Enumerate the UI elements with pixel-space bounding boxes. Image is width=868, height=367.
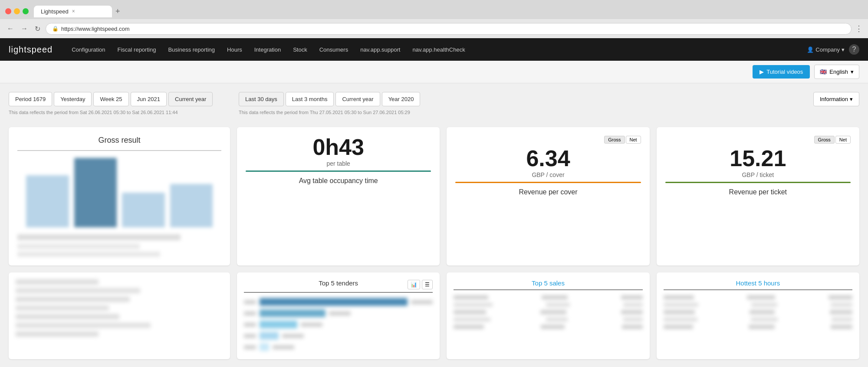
app-logo: lightspeed bbox=[9, 45, 53, 55]
tenders-content bbox=[244, 298, 433, 351]
top5-tenders-title: Top 5 tenders bbox=[307, 279, 370, 287]
info-btn-label: Information bbox=[820, 96, 848, 102]
revenue-cover-bar bbox=[455, 182, 641, 183]
nav-item-business-reporting[interactable]: Business reporting bbox=[162, 38, 221, 61]
company-btn[interactable]: 👤 Company ▾ bbox=[807, 46, 845, 53]
nav-item-configuration[interactable]: Configuration bbox=[66, 38, 111, 61]
nav-item-integration[interactable]: Integration bbox=[248, 38, 287, 61]
nav-item-hours[interactable]: Hours bbox=[221, 38, 248, 61]
left-panel: Period 1679 Yesterday Week 25 Jun 2021 C… bbox=[9, 92, 230, 120]
nav-items: Configuration Fiscal reporting Business … bbox=[66, 38, 807, 61]
main-content: Period 1679 Yesterday Week 25 Jun 2021 C… bbox=[0, 83, 868, 367]
nav-right: 👤 Company ▾ ? bbox=[807, 44, 859, 55]
sales-divider bbox=[454, 289, 642, 290]
browser-tab[interactable]: Lightspeed × bbox=[34, 6, 112, 17]
tab-week25[interactable]: Week 25 bbox=[93, 92, 128, 106]
traffic-light-yellow[interactable] bbox=[14, 8, 20, 14]
revenue-cover-value: 6.34 bbox=[455, 147, 641, 170]
avg-table-bar bbox=[246, 170, 431, 172]
gross-result-divider bbox=[17, 150, 221, 151]
tenders-divider bbox=[244, 292, 433, 293]
revenue-ticket-unit: GBP / ticket bbox=[665, 171, 851, 178]
hours-content bbox=[664, 295, 852, 329]
tab-yesterday[interactable]: Yesterday bbox=[54, 92, 92, 106]
top5-sales-title[interactable]: Top 5 sales bbox=[454, 279, 642, 287]
gross-btn-ticket[interactable]: Gross bbox=[814, 136, 835, 144]
revenue-ticket-label: Revenue per ticket bbox=[665, 188, 851, 196]
right-period-tabs: Last 30 days Last 3 months Current year … bbox=[239, 92, 420, 106]
company-label: Company bbox=[815, 46, 840, 53]
nav-item-fiscal-reporting[interactable]: Fiscal reporting bbox=[112, 38, 162, 61]
address-bar[interactable]: 🔒 https://www.lightspeed.com bbox=[46, 23, 852, 35]
avg-table-value: 0h43 bbox=[246, 136, 431, 158]
sales-content bbox=[454, 295, 642, 329]
tab-current-year-left[interactable]: Current year bbox=[168, 92, 213, 106]
back-btn[interactable]: ← bbox=[5, 23, 16, 34]
tab-current-year-right[interactable]: Current year bbox=[335, 92, 380, 106]
tutorial-btn-label: Tutorial videos bbox=[766, 69, 803, 75]
nav-item-consumers[interactable]: Consumers bbox=[313, 38, 354, 61]
revenue-ticket-toggle: Gross Net bbox=[814, 136, 851, 144]
new-tab-btn[interactable]: + bbox=[112, 5, 124, 18]
company-arrow: ▾ bbox=[842, 46, 845, 53]
top5-tenders-card: Top 5 tenders 📊 ☰ bbox=[237, 272, 440, 359]
top5-sales-card: Top 5 sales bbox=[447, 272, 649, 359]
right-date-info: This data reflects the period from Thu 2… bbox=[239, 110, 420, 115]
info-arrow: ▾ bbox=[850, 96, 853, 102]
left-date-info: This data reflects the period from Sat 2… bbox=[9, 110, 230, 115]
bar-chart-btn[interactable]: 📊 bbox=[408, 280, 420, 289]
browser-menu-btn[interactable]: ⋮ bbox=[855, 24, 863, 33]
lang-label: English bbox=[829, 69, 848, 75]
revenue-cover-card: Gross Net 6.34 GBP / cover Revenue per c… bbox=[447, 127, 649, 265]
tab-year2020[interactable]: Year 2020 bbox=[382, 92, 421, 106]
url-text: https://www.lightspeed.com bbox=[61, 26, 130, 32]
lang-arrow: ▾ bbox=[851, 69, 854, 75]
hottest5-hours-card: Hottest 5 hours bbox=[657, 272, 859, 359]
tab-jun2021[interactable]: Jun 2021 bbox=[131, 92, 167, 106]
avg-table-card: 0h43 per table Avg table occupancy time bbox=[237, 127, 440, 265]
information-btn[interactable]: Information ▾ bbox=[813, 92, 859, 106]
tab-last30days[interactable]: Last 30 days bbox=[239, 92, 284, 106]
revenue-ticket-card: Gross Net 15.21 GBP / ticket Revenue per… bbox=[657, 127, 859, 265]
table-btn[interactable]: ☰ bbox=[422, 280, 433, 289]
avg-table-label: Avg table occupancy time bbox=[246, 177, 431, 185]
revenue-cover-label: Revenue per cover bbox=[455, 188, 641, 196]
traffic-light-green[interactable] bbox=[23, 8, 29, 14]
lock-icon: 🔒 bbox=[52, 26, 59, 32]
gross-result-content bbox=[17, 158, 221, 257]
gross-result-title: Gross result bbox=[17, 136, 221, 145]
nav-item-stock[interactable]: Stock bbox=[287, 38, 313, 61]
revenue-cover-unit: GBP / cover bbox=[455, 171, 641, 178]
gross-result-card: Gross result bbox=[9, 127, 230, 265]
revenue-cover-toggle: Gross Net bbox=[604, 136, 641, 144]
net-btn-cover[interactable]: Net bbox=[626, 136, 641, 144]
revenue-ticket-bar bbox=[665, 182, 851, 183]
app-nav: lightspeed Configuration Fiscal reportin… bbox=[0, 38, 868, 61]
person-icon: 👤 bbox=[807, 46, 814, 53]
hottest5-hours-title[interactable]: Hottest 5 hours bbox=[664, 279, 852, 287]
revenue-ticket-value: 15.21 bbox=[665, 147, 851, 170]
flag-icon: 🇬🇧 bbox=[820, 69, 827, 75]
left-period-tabs: Period 1679 Yesterday Week 25 Jun 2021 C… bbox=[9, 92, 230, 106]
play-icon: ▶ bbox=[760, 69, 764, 75]
chart-toggle-icons: 📊 ☰ bbox=[408, 280, 433, 289]
forward-btn[interactable]: → bbox=[19, 23, 30, 34]
nav-item-support[interactable]: nav.app.support bbox=[354, 38, 406, 61]
language-btn[interactable]: 🇬🇧 English ▾ bbox=[814, 65, 859, 79]
avg-table-unit: per table bbox=[246, 160, 431, 167]
tab-close-btn[interactable]: × bbox=[72, 8, 75, 14]
tab-period-1679[interactable]: Period 1679 bbox=[9, 92, 52, 106]
tab-last3months[interactable]: Last 3 months bbox=[286, 92, 334, 106]
refresh-btn[interactable]: ↻ bbox=[33, 23, 42, 35]
tab-title: Lightspeed bbox=[41, 8, 69, 15]
right-panel-header: Last 30 days Last 3 months Current year … bbox=[239, 92, 859, 120]
gross-btn-cover[interactable]: Gross bbox=[604, 136, 625, 144]
help-btn[interactable]: ? bbox=[849, 44, 859, 55]
traffic-light-red[interactable] bbox=[5, 8, 11, 14]
net-btn-ticket[interactable]: Net bbox=[835, 136, 851, 144]
bottom-cards-row: Top 5 tenders 📊 ☰ bbox=[9, 272, 859, 359]
tutorial-videos-btn[interactable]: ▶ Tutorial videos bbox=[753, 65, 810, 79]
nav-item-healthcheck[interactable]: nav.app.healthCheck bbox=[406, 38, 471, 61]
gross-result-bottom-card bbox=[9, 272, 230, 359]
hours-divider bbox=[664, 289, 852, 290]
